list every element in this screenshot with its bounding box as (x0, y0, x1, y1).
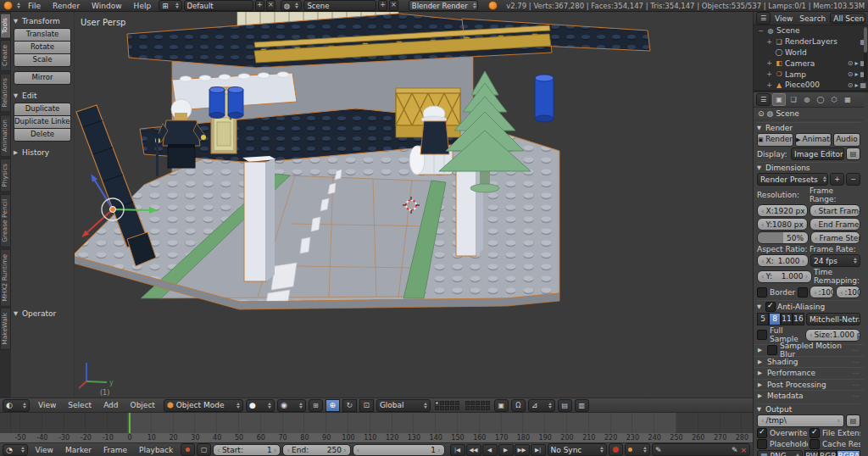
layer-toggle[interactable] (486, 401, 490, 405)
outliner-editor-icon[interactable]: ☰ (756, 12, 771, 25)
keying-set-field[interactable]: ✎✎× (652, 443, 750, 456)
rotate-button[interactable]: Rotate (14, 41, 71, 54)
outliner-item-lamp[interactable]: +❍Lamp⊙▸▦ (754, 69, 868, 80)
resolution-x-field[interactable]: X:1920 px (757, 204, 808, 217)
transform-panel-header[interactable]: ▼Transform (14, 17, 71, 25)
translate-button[interactable]: Translate (14, 28, 71, 42)
layer-toggle[interactable] (476, 401, 480, 405)
prev-keyframe-button[interactable]: ◀◀ (466, 444, 481, 456)
lock-time-cursor-toggle[interactable]: ▢ (197, 443, 211, 456)
crop-checkbox[interactable] (798, 287, 808, 298)
timeline-menu-frame[interactable]: Frame (97, 446, 133, 454)
outliner-item-renderlayers[interactable]: +❏RenderLayers▦ (754, 36, 868, 47)
play-reverse-button[interactable]: ◀ (482, 444, 498, 456)
layer-toggle[interactable] (435, 401, 439, 405)
layer-toggle[interactable] (470, 401, 475, 405)
add-scene-button[interactable]: + (378, 0, 387, 11)
viewport-shading-select[interactable]: ● (246, 399, 275, 412)
outliner-item-piece000[interactable]: +▲Piece000⊙▸▦ (754, 80, 868, 90)
start-frame-field[interactable]: Start Frame:1 (810, 204, 860, 217)
resolution-percent-slider[interactable]: 50% (757, 231, 809, 244)
select-toggle-icon[interactable]: ▸ (854, 59, 858, 67)
tool-tab-relations[interactable]: Relations (0, 73, 11, 112)
remap-old-field[interactable]: :100 (810, 286, 834, 298)
animation-button[interactable]: ▶ Animation (795, 133, 832, 147)
color-mode-bw[interactable]: BW (804, 450, 819, 456)
eye-toggle-icon[interactable]: ⊙ (848, 59, 854, 67)
sampled-motion-blur-panel-header[interactable]: ▶Sampled Motion Blur⋯ (754, 344, 864, 356)
render-opengl-anim-icon[interactable]: ▥ (575, 399, 589, 412)
start-frame-field[interactable]: Start:1 (213, 444, 281, 456)
layer-toggle[interactable] (450, 406, 454, 410)
aa-filter-select[interactable]: Mitchell-Netravali (806, 313, 860, 325)
scale-button[interactable]: Scale (14, 53, 71, 67)
file-format-select[interactable]: ▦PNG (757, 450, 803, 456)
render-presets-select[interactable]: Render Presets (757, 173, 828, 186)
antialiasing-checkbox[interactable] (765, 302, 776, 312)
aa-samples-5[interactable]: 5 (757, 313, 769, 325)
select-toggle-icon[interactable]: ▸ (854, 70, 858, 78)
tab-texture[interactable]: ▦ (842, 94, 854, 105)
timeline-menu-view[interactable]: View (30, 446, 59, 454)
file-browse-icon[interactable]: ▤ (846, 414, 860, 427)
eye-toggle-icon[interactable]: ⊙ (848, 81, 854, 89)
layer-toggle[interactable] (435, 406, 439, 410)
layer-toggle[interactable] (481, 406, 485, 410)
timeline-menu-playback[interactable]: Playback (133, 446, 179, 454)
disclosure-icon[interactable]: − (757, 27, 765, 35)
outliner-search-menu[interactable]: Search (797, 14, 828, 23)
add-preset-button[interactable]: + (830, 173, 844, 186)
outliner-display-filter[interactable]: All Scenes (830, 13, 865, 24)
layer-toggle[interactable] (455, 406, 459, 410)
menu-window[interactable]: Window (86, 2, 128, 10)
lock-icon[interactable]: ▣ (494, 399, 509, 412)
tab-object[interactable]: ⬡ (828, 94, 840, 105)
blender-logo-icon[interactable] (3, 1, 13, 10)
record-button[interactable] (609, 443, 623, 456)
pin-icon[interactable]: ⊙ (758, 109, 765, 118)
mode-select[interactable]: ⬢Object Mode (164, 399, 243, 412)
next-keyframe-button[interactable]: ▶▶ (515, 444, 530, 456)
menu-help[interactable]: Help (128, 2, 158, 10)
layer-toggle[interactable] (486, 406, 490, 410)
properties-editor-icon[interactable]: ☰ (756, 93, 771, 106)
color-mode-rgba[interactable]: RGBA (837, 450, 860, 456)
aa-size-field[interactable]: Size:1.000 px (805, 329, 860, 342)
viewport-menu-object[interactable]: Object (125, 401, 161, 409)
aa-samples-16[interactable]: 16 (793, 313, 804, 325)
select-toggle-icon[interactable]: ▸ (854, 81, 858, 89)
antialiasing-panel-header[interactable]: ▼Anti-Aliasing (757, 300, 860, 312)
frame-step-field[interactable]: Frame Step:1 (810, 231, 860, 244)
audio-button[interactable]: Audio (833, 133, 860, 147)
dimensions-panel-header[interactable]: ▼Dimensions (757, 162, 860, 172)
outliner-view-menu[interactable]: View (772, 14, 795, 23)
history-panel-header[interactable]: ▶History (14, 148, 71, 157)
output-path-field[interactable]: /tmp\ (757, 414, 844, 427)
outliner-item-camera[interactable]: +◧Camera⊙▸▦ (754, 58, 868, 69)
layer-toggle[interactable] (465, 401, 470, 405)
render-button[interactable]: ▣ Render (757, 133, 793, 147)
post-processing-panel-header[interactable]: ▶Post Processing⋯ (754, 379, 864, 391)
layer-toggle[interactable] (440, 406, 444, 410)
eye-toggle-icon[interactable]: ⊙ (848, 70, 854, 78)
cache-result-checkbox[interactable] (810, 439, 820, 449)
editor-type-stepper[interactable] (14, 1, 20, 10)
tab-scene[interactable]: ◍ (801, 94, 813, 105)
render-panel-header[interactable]: ▼Render (757, 122, 860, 132)
viewport-menu-view[interactable]: View (32, 401, 62, 409)
frame-rate-select[interactable]: 24 fps (810, 254, 860, 267)
mirror-button[interactable]: Mirror (14, 71, 71, 85)
screen-layout-icon[interactable]: ⊞ (159, 0, 181, 11)
overwrite-checkbox[interactable] (757, 428, 767, 438)
performance-panel-header[interactable]: ▶Performance⋯ (754, 367, 864, 379)
disclosure-icon[interactable]: + (765, 38, 773, 46)
sampled-motion-blur-checkbox[interactable] (767, 345, 777, 355)
screen-layout-select[interactable]: Default (184, 0, 253, 11)
tool-tab-grease-pencil[interactable]: Grease Pencil (0, 194, 11, 247)
aspect-y-field[interactable]: Y:1.000 (757, 270, 812, 283)
remove-scene-button[interactable]: × (389, 0, 398, 11)
aspect-x-field[interactable]: X:1.000 (757, 254, 809, 267)
layer-toggle[interactable] (445, 406, 449, 410)
remap-new-field[interactable]: :100 (836, 286, 860, 298)
output-panel-header[interactable]: ▼Output (757, 403, 860, 414)
